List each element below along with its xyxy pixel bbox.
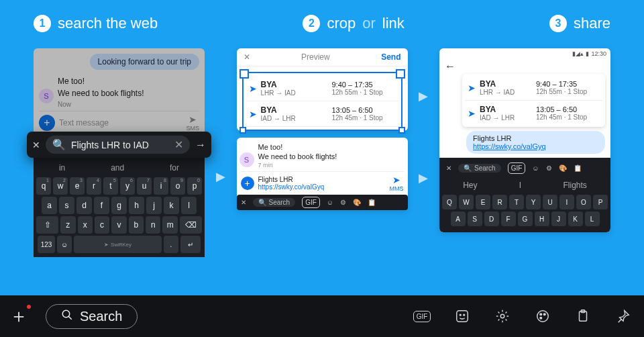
key[interactable]: i8 [154, 177, 168, 195]
suggestions-row: in and for [36, 160, 202, 175]
gif-icon[interactable]: GIF [302, 197, 320, 208]
settings-icon[interactable]: ⚙ [340, 199, 346, 206]
send-button[interactable]: Send [381, 52, 400, 62]
add-button[interactable]: + [39, 115, 55, 131]
key[interactable]: E [476, 195, 490, 209]
key[interactable]: b [129, 216, 144, 234]
add-button[interactable]: + [241, 177, 254, 190]
close-icon[interactable]: ✕ [32, 140, 40, 150]
compose-text[interactable]: Flights LHR https://swky.co/valGyq [258, 176, 390, 191]
theme-icon[interactable]: 🎨 [353, 199, 361, 206]
key[interactable]: f [94, 197, 109, 214]
back-icon[interactable]: ← [445, 60, 455, 73]
suggestion[interactable]: for [170, 163, 179, 173]
sticker-icon[interactable]: ☺ [532, 164, 539, 172]
suggestion[interactable]: in [59, 163, 65, 173]
link-bubble[interactable]: Flights LHR https://swky.co/valGyq [466, 131, 605, 154]
key[interactable]: q1 [36, 177, 51, 195]
key[interactable]: r4 [87, 177, 101, 195]
key[interactable]: G [518, 211, 533, 226]
enter-key[interactable]: ↵ [180, 236, 201, 253]
compose-placeholder[interactable]: Text message [59, 118, 186, 128]
suggestion[interactable]: and [111, 163, 124, 173]
key[interactable]: j [146, 197, 162, 214]
key[interactable]: c [95, 216, 109, 234]
period-key[interactable]: . [164, 236, 178, 253]
key[interactable]: y6 [120, 177, 135, 195]
key[interactable]: D [484, 211, 499, 226]
key[interactable]: t5 [103, 177, 118, 195]
key[interactable]: o9 [170, 177, 185, 195]
key[interactable]: s [59, 197, 74, 214]
clipboard-icon[interactable]: 📋 [368, 199, 376, 206]
space-key[interactable]: ➤ SwiftKey [74, 236, 162, 253]
key[interactable]: R [492, 195, 507, 209]
settings-icon[interactable]: ⚙ [546, 164, 552, 172]
key[interactable]: F [501, 211, 516, 226]
key[interactable]: U [543, 195, 557, 209]
key[interactable]: I [559, 195, 574, 209]
search-input[interactable]: 🔍 Flights LHR to IAD ✕ [46, 136, 190, 154]
keyboard-brand: ➤ SwiftKey [104, 242, 131, 248]
key[interactable]: k [164, 197, 179, 214]
key[interactable]: Q [442, 195, 457, 209]
key[interactable]: A [451, 211, 466, 226]
key[interactable]: S [468, 211, 482, 226]
key[interactable]: K [568, 211, 583, 226]
crop-frame[interactable]: ➤ BYA LHR → IAD 9:40 – 17:35 12h 55m · 1… [242, 72, 402, 131]
search-mini[interactable]: 🔍 Search [458, 164, 501, 173]
suggestion[interactable]: I [519, 181, 521, 190]
gif-icon[interactable]: GIF [411, 305, 433, 328]
add-button[interactable]: ＋ [9, 303, 28, 329]
search-button[interactable]: Search [46, 304, 138, 329]
key[interactable]: l [181, 197, 197, 214]
key[interactable]: m [162, 216, 177, 234]
symbols-key[interactable]: 123 [38, 236, 55, 253]
search-mini[interactable]: 🔍 Search [253, 198, 296, 207]
key[interactable]: H [535, 211, 549, 226]
send-mms[interactable]: ➤ MMS [390, 175, 404, 192]
key[interactable]: Y [526, 195, 541, 209]
sticker-icon[interactable] [451, 305, 474, 328]
clock: 12:30 [591, 50, 606, 57]
gif-icon[interactable]: GIF [508, 162, 526, 174]
suggestion[interactable]: Hey [463, 181, 477, 190]
key[interactable]: L [585, 211, 600, 226]
key[interactable]: O [576, 195, 591, 209]
close-icon[interactable]: ✕ [446, 164, 451, 172]
key[interactable]: d [76, 197, 92, 214]
key[interactable]: e3 [70, 177, 85, 195]
submit-icon[interactable]: → [195, 139, 206, 151]
key[interactable]: T [509, 195, 524, 209]
key[interactable]: x [78, 216, 93, 234]
key[interactable]: g [111, 197, 127, 214]
sticker-icon[interactable]: ☺ [327, 199, 333, 206]
svg-point-0 [62, 310, 70, 318]
key[interactable]: p0 [187, 177, 202, 195]
clear-icon[interactable]: ✕ [174, 138, 183, 151]
key[interactable]: n [146, 216, 160, 234]
emoji-key[interactable]: ☺ [57, 236, 72, 253]
key[interactable]: h [129, 197, 144, 214]
key[interactable]: J [551, 211, 566, 226]
key[interactable]: w2 [53, 177, 68, 195]
key[interactable]: P [593, 195, 608, 209]
backspace-key[interactable]: ⌫ [180, 216, 202, 234]
key[interactable]: W [459, 195, 474, 209]
send-sms[interactable]: ➤ SMS [186, 114, 199, 132]
theme-icon[interactable]: 🎨 [559, 164, 567, 172]
settings-icon[interactable] [491, 305, 514, 328]
search-icon [61, 309, 73, 324]
suggestion[interactable]: Flights [563, 181, 586, 190]
shift-key[interactable]: ⇧ [36, 216, 58, 234]
key[interactable]: v [111, 216, 126, 234]
pin-icon[interactable] [612, 305, 635, 328]
close-icon[interactable]: ✕ [244, 52, 250, 62]
clipboard-icon[interactable]: 📋 [574, 164, 582, 172]
clipboard-icon[interactable] [572, 305, 594, 328]
close-icon[interactable]: ✕ [241, 199, 246, 206]
key[interactable]: a [42, 197, 57, 214]
key[interactable]: u7 [137, 177, 152, 195]
theme-icon[interactable] [531, 305, 554, 328]
key[interactable]: z [60, 216, 75, 234]
